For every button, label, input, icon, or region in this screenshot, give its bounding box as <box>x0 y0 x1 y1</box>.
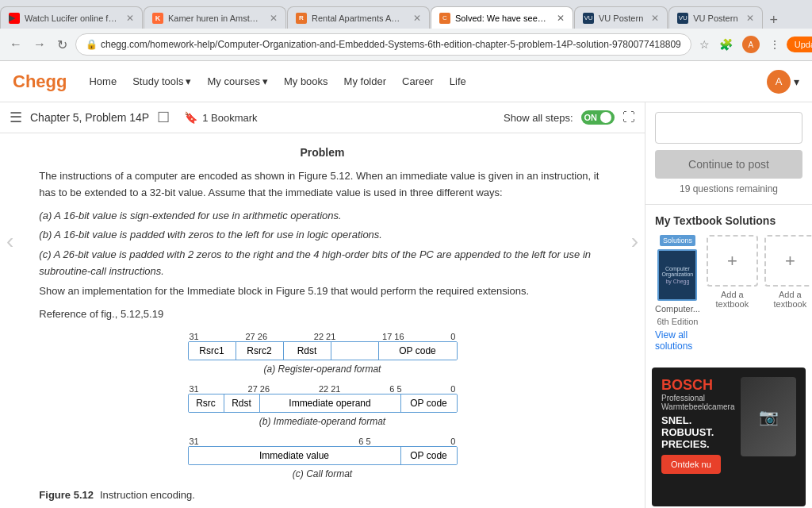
url-text: chegg.com/homework-help/Computer-Organiz… <box>101 39 681 50</box>
url-box[interactable]: 🔒 chegg.com/homework-help/Computer-Organ… <box>75 33 691 56</box>
next-problem-button[interactable]: › <box>625 229 645 254</box>
figure-c-wrapper: 31 6 5 0 Immediate value OP code (c) Cal… <box>39 437 605 479</box>
ad-cta-button[interactable]: Ontdek nu <box>661 455 721 474</box>
toolbar-center: 🔖 1 Bookmark <box>184 111 257 124</box>
edition-text: 6th Edition <box>657 317 698 326</box>
textbook-section: My Textbook Solutions Solutions Computer… <box>645 205 812 361</box>
back-button[interactable]: ← <box>6 34 25 55</box>
tab-favicon-kamer: K <box>152 13 163 24</box>
tab-kamer[interactable]: K Kamer huren in Amsterdam ✕ <box>144 6 286 29</box>
solutions-badge: Solutions <box>660 235 695 246</box>
toolbar-bookmark-icon: 🔖 <box>184 111 197 124</box>
problem-section-title: Problem <box>39 146 605 159</box>
tab-close-vu2[interactable]: ✕ <box>746 13 754 24</box>
cell-opcode-a: OP code <box>379 342 457 360</box>
part-c-text: A 26-bit value is padded with 2 zeros to… <box>39 248 591 277</box>
add-textbook-2-container: + Add a textbook <box>764 235 812 309</box>
nav-study-tools[interactable]: Study tools ▾ <box>132 75 191 87</box>
figure-b-wrapper: 31 27 26 22 21 6 5 0 Rsrc Rdst Immediate… <box>39 384 605 427</box>
add-textbook-2-label: Add a textbook <box>764 290 812 309</box>
toolbar: ☰ Chapter 5, Problem 14P ☐ 🔖 1 Bookmark … <box>0 102 645 133</box>
add-textbook-1-button[interactable]: + <box>707 235 758 287</box>
tab-close-rental[interactable]: ✕ <box>413 13 421 24</box>
hamburger-button[interactable]: ☰ <box>10 109 22 126</box>
cell-opcode-c: OP code <box>401 447 457 464</box>
tab-bar: ▶ Watch Lucifer online free ✕ K Kamer hu… <box>0 0 812 29</box>
tab-favicon-rental: R <box>296 13 307 24</box>
problem-reference: Reference of fig., 5.12,5.19 <box>39 306 605 323</box>
figure-title-row: Figure 5.12 Instruction encoding. <box>39 489 605 501</box>
textbook-cover[interactable]: Computer Organization by Chegg <box>657 249 697 301</box>
toggle-on-label: ON <box>584 113 598 122</box>
nav-life[interactable]: Life <box>450 75 466 87</box>
profile-button[interactable]: A <box>739 34 763 55</box>
cell-rdst: Rdst <box>284 342 331 360</box>
problem-intro: The instructions of a computer are encod… <box>39 168 605 202</box>
update-button[interactable]: Update <box>787 37 812 52</box>
tab-close-youtube[interactable]: ✕ <box>126 13 134 24</box>
new-tab-button[interactable]: + <box>764 12 785 29</box>
forward-button[interactable]: → <box>30 34 49 55</box>
extensions-button[interactable]: 🧩 <box>716 37 736 52</box>
figure-a-row: Rsrc1 Rsrc2 Rdst OP code <box>188 341 458 360</box>
mobile-icon[interactable]: ☐ <box>157 109 170 126</box>
chegg-logo[interactable]: Chegg <box>13 71 67 92</box>
tab-label-vu2: VU Postern <box>693 13 737 23</box>
nav-career[interactable]: Career <box>402 75 434 87</box>
toolbar-right: Show all steps: ON ⛶ <box>504 110 635 125</box>
ad-text-content: BOSCH Professional Warmtebeeldcamera SNE… <box>661 377 734 474</box>
continue-to-post-button[interactable]: Continue to post <box>655 150 802 179</box>
bookmark-star-button[interactable]: ☆ <box>696 37 713 52</box>
part-b-label: (b) <box>39 229 52 241</box>
tab-close-chegg[interactable]: ✕ <box>557 13 565 24</box>
reload-button[interactable]: ↻ <box>54 34 71 56</box>
tab-vu2[interactable]: VU VU Postern ✕ <box>668 6 762 29</box>
ad-banner-bosch: BOSCH Professional Warmtebeeldcamera SNE… <box>652 368 806 506</box>
lock-icon: 🔒 <box>86 39 98 50</box>
right-sidebar: Continue to post 19 questions remaining … <box>645 102 812 508</box>
figure-call-format: 31 6 5 0 Immediate value OP code (c) Cal… <box>39 437 605 479</box>
cell-opcode-b: OP code <box>401 394 457 412</box>
add-textbook-2-button[interactable]: + <box>764 235 812 287</box>
tab-close-vu1[interactable]: ✕ <box>651 13 659 24</box>
problem-with-arrows: ‹ Problem The instructions of a computer… <box>0 133 645 508</box>
cell-empty-a <box>331 342 379 360</box>
figure-c-row: Immediate value OP code <box>188 446 458 465</box>
expand-icon[interactable]: ⛶ <box>622 110 635 125</box>
header-chevron-icon[interactable]: ▾ <box>794 75 799 88</box>
prev-problem-button[interactable]: ‹ <box>0 229 20 254</box>
view-all-solutions-link[interactable]: View all solutions <box>655 329 700 352</box>
figure-b-bit-labels: 31 27 26 22 21 6 5 0 <box>188 384 458 394</box>
cell-immediate-value: Immediate value <box>189 447 401 464</box>
address-bar: ← → ↻ 🔒 chegg.com/homework-help/Computer… <box>0 29 812 60</box>
show-steps-label: Show all steps: <box>504 112 573 124</box>
tab-label-kamer: Kamer huren in Amsterdam <box>168 13 262 23</box>
add-textbook-1-container: + Add a textbook <box>707 235 758 309</box>
post-input[interactable] <box>655 112 802 144</box>
textbook-info-title: Computer... <box>655 304 700 314</box>
tab-chegg[interactable]: C Solved: We have seen how... ✕ <box>431 6 573 29</box>
show-steps-toggle[interactable]: ON <box>581 110 615 125</box>
user-avatar[interactable]: A <box>767 70 791 94</box>
tab-favicon-youtube: ▶ <box>9 13 20 24</box>
figure-title: Figure 5.12 <box>39 489 94 501</box>
tab-favicon-vu1: VU <box>583 13 594 24</box>
tab-close-kamer[interactable]: ✕ <box>270 13 278 24</box>
ad-line1: Professional <box>661 394 734 402</box>
nav-my-courses[interactable]: My courses ▾ <box>207 75 267 87</box>
menu-button[interactable]: ⋮ <box>766 37 783 52</box>
nav-my-books[interactable]: My books <box>284 75 328 87</box>
browser-chrome: ▶ Watch Lucifer online free ✕ K Kamer hu… <box>0 0 812 61</box>
nav-my-folder[interactable]: My folder <box>344 75 386 87</box>
tab-rental[interactable]: R Rental Apartments Amster... ✕ <box>287 6 430 29</box>
figure-c-bit-labels: 31 6 5 0 <box>188 437 458 446</box>
nav-home[interactable]: Home <box>89 75 117 87</box>
tab-label-rental: Rental Apartments Amster... <box>312 13 405 23</box>
part-a-text: A 16-bit value is sign-extended for use … <box>54 210 341 221</box>
tab-vu1[interactable]: VU VU Postern ✕ <box>574 6 668 29</box>
toggle-circle <box>600 112 611 123</box>
tab-youtube[interactable]: ▶ Watch Lucifer online free ✕ <box>0 6 143 29</box>
part-b-text: A 16-bit value is padded with zeros to t… <box>54 229 382 241</box>
problem-part-c: (c) A 26-bit value is padded with 2 zero… <box>39 247 605 280</box>
figure-b-row: Rsrc Rdst Immediate operand OP code <box>188 394 458 413</box>
